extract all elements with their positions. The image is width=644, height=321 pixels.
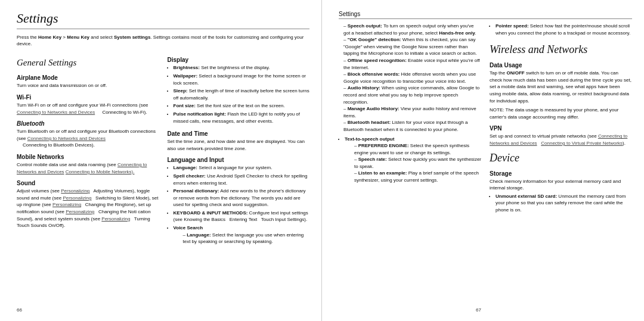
left-columns: General Settings Airplane Mode Turn voic… [17, 53, 309, 313]
vpn-title: VPN [490, 125, 632, 132]
page-number-right: 67 [339, 307, 481, 313]
wifi-text: Turn Wi-Fi on or off and configure your … [17, 102, 159, 116]
listen-example-item: Listen to an example: Play a brief sampl… [354, 170, 481, 183]
right-columns: Speech output: To turn on speech output … [339, 23, 632, 313]
pointer-speed-list: Pointer speed: Select how fast the point… [496, 23, 632, 38]
mobile-networks-text: Control mobile data use and data roaming… [17, 161, 159, 175]
speech-output-item: Speech output: To turn on speech output … [343, 23, 481, 36]
bluetooth-title: Bluetooth [17, 120, 159, 127]
personal-dict-item: Personal dictionary: Add new words to th… [174, 188, 310, 208]
display-col: Display Brightness: Set the brightness o… [168, 53, 310, 313]
wifi-link[interactable]: Connecting to Networks and Devices [17, 110, 95, 115]
pulse-item: Pulse notification light: Flash the LED … [174, 111, 310, 124]
brightness-item: Brightness: Set the brightness of the di… [174, 64, 310, 71]
language-bullets: Language: Select a language for your sys… [174, 164, 310, 247]
font-size-item: Font size: Set the font size of the text… [174, 102, 310, 110]
display-bullets: Brightness: Set the brightness of the di… [174, 64, 310, 126]
sleep-item: Sleep: Set the length of time of inactiv… [174, 88, 310, 101]
voice-search-subbullets: Language: Select the language you use wh… [178, 232, 310, 245]
sound-text: Adjust volumes (see Personalizing Adjust… [17, 188, 159, 229]
mobile-networks-title: Mobile Networks [17, 154, 159, 160]
preferred-engine-item: PREFERRED ENGINE: Select the speech synt… [354, 142, 481, 156]
data-usage-note: NOTE: The data usage is measured by your… [490, 107, 632, 120]
intro-text: Press the Home Key > Menu Key and select… [17, 34, 309, 47]
mobile-link2[interactable]: Connecting to Mobile Networks). [66, 169, 135, 174]
vpn-text: Set up and connect to virtual private ne… [490, 133, 632, 147]
bluetooth-text: Turn Bluetooth on or off and configure y… [17, 128, 159, 149]
left-page: Settings Press the Home Key > Menu Key a… [0, 0, 322, 321]
right-page-header: Settings [339, 11, 632, 19]
voice-search-cont: Speech output: To turn on speech output … [339, 23, 481, 133]
unmount-item: Unmount external SD card: Unmount the me… [496, 193, 632, 214]
date-time-title: Date and Time [168, 130, 310, 137]
block-offensive-item: Block offensive words: Hide offensive wo… [343, 71, 481, 85]
airplane-mode-text: Turn voice and data transmission on or o… [17, 82, 159, 89]
language-sub-item: Language: Select the language you use wh… [183, 232, 310, 245]
tts-item: Text-to-speech output PREFERRED ENGINE: … [345, 136, 481, 184]
general-settings-title: General Settings [17, 58, 159, 68]
manage-audio-item: Manage Audio History: View your audio hi… [343, 105, 481, 119]
data-usage-title: Data Usage [490, 62, 632, 68]
left-page-header: Settings [17, 11, 309, 29]
wallpaper-item: Wallpaper: Select a background image for… [174, 73, 310, 86]
page-spread: Settings Press the Home Key > Menu Key a… [0, 0, 644, 321]
voice-search-item: Voice Search Language: Select the langua… [174, 225, 310, 245]
page-number-left: 66 [17, 307, 159, 313]
ok-google-item: "OK Google" detection: When this is chec… [343, 36, 481, 57]
wireless-col: Pointer speed: Select how fast the point… [490, 23, 632, 313]
wifi-indent: Connecting to Wi-Fi). [102, 110, 147, 115]
right-page: Settings Speech output: To turn on speec… [322, 0, 644, 321]
data-usage-text: Tap the ON/OFF switch to turn on or off … [490, 70, 632, 104]
bluetooth-headset-item: Bluetooth headset: Listen for your voice… [343, 119, 481, 133]
bluetooth-indent: Connecting to Bluetooth Devices). [23, 142, 159, 149]
tts-subbullets: PREFERRED ENGINE: Select the speech synt… [349, 142, 481, 184]
display-title: Display [168, 57, 310, 63]
sound-title: Sound [17, 180, 159, 186]
language-item: Language: Select a language for your sys… [174, 164, 310, 172]
tts-list: Text-to-speech output PREFERRED ENGINE: … [345, 136, 481, 185]
audio-history-item: Audio History: When using voice commands… [343, 85, 481, 105]
storage-title: Storage [490, 170, 632, 177]
date-time-text: Set the time zone, and how date and time… [168, 138, 310, 152]
spell-checker-item: Spell checker: Use Android Spell Checker… [174, 173, 310, 186]
offline-recognition-item: Offline speed recognition: Enable voice … [343, 57, 481, 71]
device-title: Device [490, 152, 632, 164]
wifi-title: Wi-Fi [17, 94, 159, 101]
language-input-title: Language and Input [168, 157, 310, 163]
storage-text: Check memory information for your extern… [490, 178, 632, 192]
keyboard-item: KEYBOARD & INPUT METHODS: Configure text… [174, 210, 310, 223]
voice-search-col: Speech output: To turn on speech output … [339, 23, 481, 313]
general-settings-col: General Settings Airplane Mode Turn voic… [17, 53, 159, 313]
wireless-networks-title: Wireless and Networks [490, 43, 632, 56]
bluetooth-link[interactable]: Connecting to Networks and Devices [27, 136, 106, 141]
speech-rate-item: Speech rate: Select how quickly you want… [354, 156, 481, 170]
airplane-mode-title: Airplane Mode [17, 74, 159, 81]
storage-bullets: Unmount external SD card: Unmount the me… [496, 193, 632, 215]
pointer-speed-item: Pointer speed: Select how fast the point… [496, 23, 632, 36]
